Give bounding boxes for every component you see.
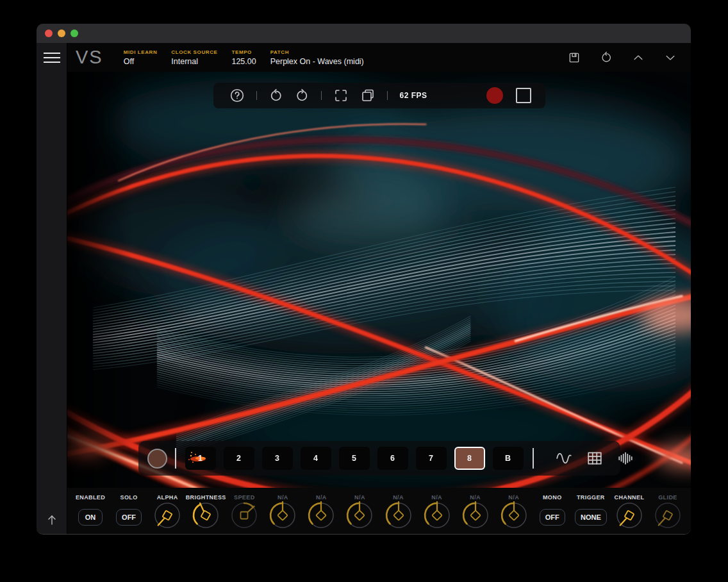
zoom-window-button[interactable] (70, 29, 78, 37)
layer-button-5[interactable]: 5 (339, 447, 370, 470)
param-label: TRIGGER (577, 494, 605, 501)
param-label: N/A (277, 494, 288, 501)
param-alpha-2: ALPHA (148, 494, 186, 534)
app-logo: VS (76, 48, 103, 67)
layer-button-4[interactable]: 4 (301, 447, 331, 470)
divider (533, 448, 534, 469)
knob-graphic (345, 501, 374, 531)
knob-graphic (423, 501, 451, 531)
layer-number: 4 (313, 454, 318, 463)
param-n-a-6: N/A (302, 494, 340, 534)
spectrum-view-button[interactable] (615, 447, 636, 469)
undo-icon (600, 51, 613, 64)
help-button[interactable] (229, 88, 245, 103)
param-toggle-button[interactable]: NONE (575, 509, 607, 526)
divider (175, 448, 176, 469)
visual-canvas[interactable]: 62 FPS 12345678B (67, 72, 691, 488)
fullscreen-icon (333, 88, 349, 103)
menu-button[interactable] (37, 43, 67, 72)
param-toggle-button[interactable]: ON (78, 509, 103, 526)
knob-graphic (461, 501, 490, 531)
param-knob[interactable] (500, 501, 528, 533)
param-label: N/A (316, 494, 327, 501)
param-label: CHANNEL (615, 494, 645, 501)
knob-graphic (307, 501, 335, 531)
field-value: Internal (171, 57, 217, 66)
layer-button-b[interactable]: B (493, 447, 524, 470)
header-field-patch[interactable]: PATCH Perplex On - Waves (midi) (270, 49, 364, 66)
knob-graphic (230, 501, 258, 531)
window-titlebar[interactable] (37, 24, 691, 43)
save-icon (568, 51, 581, 64)
redo-button[interactable] (295, 88, 310, 103)
vs-app-window: VS MIDI LEARN OffCLOCK SOURCE InternalTE… (37, 24, 691, 535)
header-field-midi-learn[interactable]: MIDI LEARN Off (124, 49, 158, 66)
param-toggle-button[interactable]: OFF (540, 509, 565, 526)
param-speed-4: SPEED (225, 494, 263, 534)
layer-button-1[interactable]: 1 (185, 447, 216, 470)
param-knob[interactable] (269, 501, 297, 533)
knob-graphic (654, 501, 682, 531)
grid-view-button[interactable] (584, 447, 606, 469)
layer-button-3[interactable]: 3 (262, 447, 293, 470)
knob-graphic (385, 501, 413, 531)
field-value: Perplex On - Waves (midi) (270, 57, 364, 66)
close-window-button[interactable] (45, 29, 53, 37)
param-label: N/A (431, 494, 442, 501)
field-value: 125.00 (231, 57, 256, 66)
minimize-window-button[interactable] (58, 29, 65, 37)
save-button[interactable] (568, 51, 581, 64)
undo-button[interactable] (600, 51, 613, 64)
fullscreen-button[interactable] (333, 88, 349, 103)
param-knob[interactable] (307, 501, 335, 533)
record-button[interactable] (486, 87, 503, 104)
param-trigger-13: TRIGGER NONE (572, 494, 610, 534)
desktop: VS MIDI LEARN OffCLOCK SOURCE InternalTE… (0, 0, 728, 582)
layer-button-6[interactable]: 6 (377, 447, 408, 470)
parameter-bar: ENABLED ONSOLO OFFALPHA BRIGHTNESS SPEED (67, 488, 691, 534)
param-glide-15: GLIDE (649, 494, 687, 534)
chevron-up-icon (632, 51, 645, 65)
app-header: VS MIDI LEARN OffCLOCK SOURCE InternalTE… (67, 43, 691, 72)
param-mono-12: MONO OFF (533, 494, 572, 534)
layer-number: 8 (467, 454, 472, 463)
param-knob[interactable] (615, 501, 643, 533)
knob-graphic (500, 501, 528, 531)
visual-render (67, 72, 691, 488)
chevron-down-icon (664, 51, 677, 65)
param-knob[interactable] (385, 501, 413, 533)
param-label: BRIGHTNESS (186, 494, 226, 501)
param-knob[interactable] (345, 501, 374, 533)
chevron-down-button[interactable] (664, 51, 677, 64)
param-n-a-11: N/A (495, 494, 533, 534)
param-knob[interactable] (423, 501, 451, 533)
knob-graphic (615, 501, 643, 531)
layer-number: 1 (198, 454, 203, 463)
header-field-clock-source[interactable]: CLOCK SOURCE Internal (171, 49, 217, 66)
copy-button[interactable] (360, 88, 376, 103)
layer-button-2[interactable]: 2 (224, 447, 254, 470)
layer-number: B (505, 454, 511, 463)
layer-button-7[interactable]: 7 (416, 447, 447, 470)
waveform-icon (555, 450, 573, 467)
stop-button[interactable] (516, 88, 531, 103)
param-channel-14: CHANNEL (610, 494, 649, 534)
waveform-view-button[interactable] (553, 447, 575, 469)
param-knob[interactable] (192, 501, 220, 533)
param-toggle-button[interactable]: OFF (116, 509, 142, 526)
spectrum-icon (616, 450, 634, 467)
param-knob[interactable] (461, 501, 490, 533)
undo-button[interactable] (269, 88, 283, 103)
layer-color-preview[interactable] (147, 449, 167, 469)
param-knob[interactable] (230, 501, 258, 533)
header-field-tempo[interactable]: TEMPO 125.00 (231, 49, 256, 66)
layer-number: 7 (429, 454, 433, 463)
param-n-a-9: N/A (418, 494, 456, 534)
param-knob[interactable] (153, 501, 181, 533)
layer-buttons: 12345678B (178, 447, 524, 470)
layer-number: 6 (390, 454, 395, 463)
layer-button-8[interactable]: 8 (454, 447, 485, 470)
param-knob[interactable] (654, 501, 682, 533)
chevron-up-button[interactable] (632, 51, 645, 64)
scroll-top-button[interactable] (37, 513, 67, 526)
